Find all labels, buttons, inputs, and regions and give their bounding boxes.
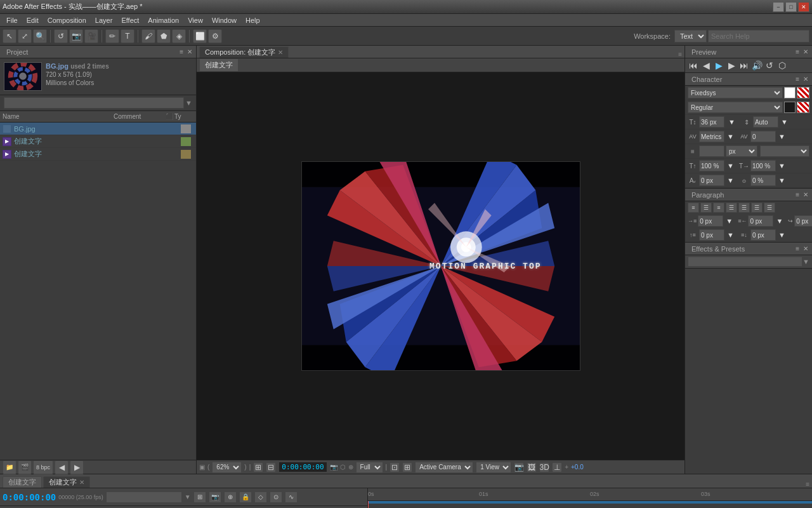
search-input[interactable] xyxy=(708,30,809,43)
character-swatch2[interactable] xyxy=(797,102,809,113)
viewer-3d-btn[interactable]: 3D xyxy=(539,462,549,472)
align-full3-btn[interactable]: ☰ xyxy=(751,203,763,213)
timeline-menu-btn[interactable]: ≡ xyxy=(806,481,809,488)
tool-stamp[interactable]: ⬟ xyxy=(157,29,171,43)
timeline-lock-btn[interactable]: 🔒 xyxy=(239,491,252,503)
timeline-curve-btn[interactable]: ∿ xyxy=(285,491,298,503)
timeline-camera-btn[interactable]: 📷 xyxy=(209,491,221,503)
preview-first-btn[interactable]: ⏮ xyxy=(688,60,699,71)
effects-search-dropdown[interactable]: ▼ xyxy=(802,258,809,265)
comp-tab-main[interactable]: Composition: 创建文字 ✕ xyxy=(199,46,289,58)
viewer-grid-btn[interactable]: ⊞ xyxy=(402,462,412,472)
preview-loop-btn[interactable]: ↺ xyxy=(764,60,775,71)
preview-next-btn[interactable]: ▶ xyxy=(726,60,737,71)
character-menu-btn[interactable]: ≡ xyxy=(796,76,799,83)
timeline-motion-btn[interactable]: ⊞ xyxy=(193,491,206,503)
para-indent-left-dropdown[interactable]: ▼ xyxy=(726,217,733,225)
viewer-zoom-select[interactable]: 62% xyxy=(212,462,242,473)
align-full2-btn[interactable]: ☰ xyxy=(738,203,750,213)
project-file-bg[interactable]: BG.jpg xyxy=(0,123,196,135)
tool-eraser[interactable]: ◈ xyxy=(172,29,186,43)
project-collapse-btn[interactable]: ≡ xyxy=(180,48,183,55)
character-horiz-scale-input[interactable] xyxy=(750,160,776,171)
tool-zoom[interactable]: 🔍 xyxy=(33,29,47,43)
preview-prev-btn[interactable]: ◀ xyxy=(700,60,712,71)
character-vert-scale-input[interactable] xyxy=(699,160,724,171)
timeline-solo-btn[interactable]: ⊕ xyxy=(224,491,237,503)
paragraph-indent-left-input[interactable] xyxy=(698,215,723,227)
align-full4-btn[interactable]: ☰ xyxy=(764,203,775,213)
timeline-tab2-close[interactable]: ✕ xyxy=(79,479,84,486)
viewer-checkerboard-btn[interactable]: ⊡ xyxy=(390,462,400,472)
timeline-shape-btn[interactable]: ◇ xyxy=(254,491,267,503)
paragraph-close-btn[interactable]: ✕ xyxy=(803,191,808,198)
project-new-folder[interactable]: 📁 xyxy=(3,460,16,474)
project-file-comp2[interactable]: ▶ 创建文字 xyxy=(0,148,196,161)
project-search-dropdown[interactable]: ▼ xyxy=(185,99,192,107)
timeline-tab-2[interactable]: 创建文字 ✕ xyxy=(43,476,90,488)
tool-brush[interactable]: 🖌 xyxy=(141,29,155,43)
close-button[interactable]: ✕ xyxy=(798,2,809,12)
viewer-align-btn[interactable]: ⊥ xyxy=(552,462,562,472)
paragraph-indent-right-input[interactable] xyxy=(748,215,773,227)
create-text-button[interactable]: 创建文字 xyxy=(199,58,239,72)
menu-animation[interactable]: Animation xyxy=(144,15,183,25)
comp-panel-menu[interactable]: ≡ xyxy=(678,51,682,58)
para-space-before-dropdown[interactable]: ▼ xyxy=(727,231,734,239)
menu-file[interactable]: File xyxy=(3,15,22,25)
project-8bpc[interactable]: 8 bpc xyxy=(33,460,53,474)
character-baseline-input[interactable] xyxy=(699,175,724,186)
project-new-comp[interactable]: 🎬 xyxy=(18,460,32,474)
viewer-snapshot-btn[interactable]: 📷 xyxy=(514,462,524,472)
align-left-btn[interactable]: ≡ xyxy=(688,203,699,213)
paragraph-space-before-input[interactable] xyxy=(699,229,724,241)
workspace-select[interactable]: Text xyxy=(674,30,707,43)
char-hscale-dropdown[interactable]: ▼ xyxy=(778,162,785,170)
timeline-search-input[interactable] xyxy=(106,491,182,503)
menu-view[interactable]: View xyxy=(184,15,207,25)
character-style-select[interactable]: Regular xyxy=(688,102,783,113)
char-kerning-dropdown[interactable]: ▼ xyxy=(727,133,734,140)
tool-text[interactable]: T xyxy=(121,29,134,43)
preview-menu-btn[interactable]: ≡ xyxy=(796,48,799,55)
character-tracking-input[interactable] xyxy=(750,131,776,142)
preview-play-btn[interactable]: ▶ xyxy=(713,60,724,71)
timeline-tab-1[interactable]: 创建文字 xyxy=(3,476,42,488)
timeline-current-time[interactable]: 0:00:00:00 xyxy=(3,492,56,502)
character-color2[interactable] xyxy=(784,102,796,113)
char-vscale-dropdown[interactable]: ▼ xyxy=(727,162,734,170)
char-leading-dropdown[interactable]: ▼ xyxy=(781,118,788,126)
para-space-after-dropdown[interactable]: ▼ xyxy=(778,231,785,239)
menu-help[interactable]: Help xyxy=(242,15,264,25)
comp-tab-close[interactable]: ✕ xyxy=(278,49,283,56)
viewer-view-select[interactable]: 1 View xyxy=(476,462,511,473)
tool-rotate[interactable]: ↺ xyxy=(54,29,68,43)
tool-pen[interactable]: ✏ xyxy=(105,29,119,43)
menu-edit[interactable]: Edit xyxy=(23,15,43,25)
character-size-input[interactable] xyxy=(699,116,724,128)
character-stroke-input[interactable] xyxy=(699,145,724,157)
project-close-btn[interactable]: ✕ xyxy=(187,48,192,55)
project-prev[interactable]: ◀ xyxy=(55,460,69,474)
char-tsuki-dropdown[interactable]: ▼ xyxy=(778,177,785,184)
maximize-button[interactable]: □ xyxy=(785,2,797,12)
timeline-search-dropdown[interactable]: ▼ xyxy=(185,493,191,500)
menu-composition[interactable]: Composition xyxy=(44,15,90,25)
paragraph-menu-btn[interactable]: ≡ xyxy=(796,191,799,198)
tool-camera[interactable]: 📷 xyxy=(69,29,83,43)
effects-close-btn[interactable]: ✕ xyxy=(803,245,808,252)
character-stroke-swatch[interactable] xyxy=(797,87,809,98)
project-file-comp1[interactable]: ▶ 创建文字 xyxy=(0,135,196,148)
align-right-btn[interactable]: ≡ xyxy=(713,203,724,213)
timeline-playhead[interactable] xyxy=(368,501,369,508)
project-search-input[interactable] xyxy=(4,97,184,109)
preview-close-btn[interactable]: ✕ xyxy=(803,48,808,55)
viewer-fit2-btn[interactable]: ⊟ xyxy=(266,462,276,472)
tool-camera2[interactable]: 🎥 xyxy=(84,29,98,43)
character-close-btn[interactable]: ✕ xyxy=(803,76,808,83)
viewer-camera-select[interactable]: Active Camera xyxy=(415,462,473,473)
tool-arrow2[interactable]: ⤢ xyxy=(18,29,32,43)
character-fill-color[interactable] xyxy=(784,87,796,98)
preview-last-btn[interactable]: ⏭ xyxy=(738,60,750,71)
menu-layer[interactable]: Layer xyxy=(91,15,117,25)
